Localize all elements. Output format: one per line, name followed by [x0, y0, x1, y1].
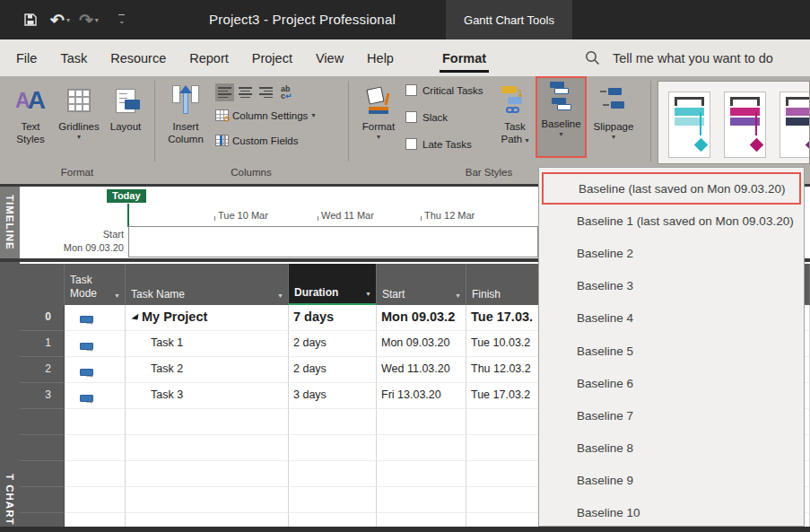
checkbox-icon[interactable]: [405, 138, 417, 150]
tab-resource[interactable]: Resource: [99, 39, 178, 76]
task-mode-header[interactable]: TaskMode ▼: [65, 264, 126, 305]
task-name-cell[interactable]: My Project: [126, 305, 289, 331]
start-header[interactable]: Start ▼: [377, 264, 466, 305]
late-tasks-checkbox[interactable]: Late Tasks: [405, 138, 472, 150]
start-cell[interactable]: Mon 09.03.20: [377, 331, 466, 357]
timeline-band[interactable]: [128, 226, 538, 257]
baseline-menu-item[interactable]: Baseline 1 (last saved on Mon 09.03.20): [539, 205, 804, 237]
task-mode-cell[interactable]: →: [65, 383, 126, 409]
row-number[interactable]: 0: [20, 305, 65, 331]
tell-me-search[interactable]: Tell me what you want to do: [585, 39, 773, 76]
start-cell[interactable]: Fri 13.03.20: [377, 383, 466, 409]
baseline-menu-item[interactable]: Baseline 8: [539, 432, 804, 465]
undo-button[interactable]: ↶: [50, 10, 65, 31]
row-number[interactable]: [20, 409, 65, 435]
save-icon[interactable]: [23, 13, 38, 27]
row-number[interactable]: 1: [20, 331, 65, 357]
custom-fields-button[interactable]: Custom Fields: [215, 135, 299, 146]
align-left-button[interactable]: [215, 83, 234, 101]
start-cell[interactable]: Wed 11.03.20: [377, 357, 466, 383]
duration-cell[interactable]: 2 days: [289, 357, 377, 383]
timeline-pane-tab[interactable]: TIMELINE: [0, 187, 20, 258]
column-settings-button[interactable]: ⚙ Column Settings ▾: [215, 109, 315, 121]
gantt-style-thumbnail[interactable]: [668, 92, 710, 158]
align-right-button[interactable]: [257, 83, 275, 101]
task-mode-cell[interactable]: →: [65, 357, 126, 383]
filter-arrow-icon[interactable]: ▼: [455, 292, 461, 299]
gantt-chart-tools-tab[interactable]: Gantt Chart Tools: [446, 0, 572, 39]
task-name-cell[interactable]: Task 3: [126, 383, 289, 409]
start-cell[interactable]: Mon 09.03.2: [377, 305, 466, 331]
task-name-cell[interactable]: [126, 435, 289, 461]
wrap-text-icon[interactable]: abc↵: [281, 85, 292, 100]
task-path-button[interactable]: ⤵ Task Path ▾: [494, 81, 536, 163]
row-number[interactable]: [20, 435, 65, 461]
checkbox-icon[interactable]: [405, 84, 417, 96]
task-name-cell[interactable]: Task 2: [126, 357, 289, 383]
baseline-menu-item[interactable]: Baseline 3: [539, 270, 804, 302]
align-center-button[interactable]: [236, 83, 255, 101]
duration-cell[interactable]: 7 days: [289, 305, 377, 331]
task-name-header[interactable]: Task Name ▼: [126, 264, 289, 305]
task-mode-cell[interactable]: [65, 409, 126, 435]
row-number[interactable]: [20, 461, 65, 487]
row-number[interactable]: 3: [20, 383, 65, 409]
duration-cell[interactable]: [289, 435, 377, 461]
tab-view[interactable]: View: [304, 39, 355, 76]
task-mode-cell[interactable]: [65, 487, 126, 513]
row-number[interactable]: [20, 487, 65, 513]
redo-dropdown-icon[interactable]: ▾: [95, 16, 99, 24]
task-mode-cell[interactable]: [65, 461, 126, 487]
baseline-menu-item[interactable]: Baseline (last saved on Mon 09.03.20): [542, 172, 801, 205]
tab-file[interactable]: File: [4, 39, 48, 76]
baseline-menu-item[interactable]: Baseline 5: [539, 335, 804, 367]
tab-report[interactable]: Report: [178, 39, 240, 76]
start-cell[interactable]: [377, 487, 466, 513]
gantt-style-thumbnail[interactable]: [780, 92, 810, 158]
tab-help[interactable]: Help: [355, 39, 405, 76]
duration-cell[interactable]: [289, 487, 377, 513]
task-mode-cell[interactable]: →: [65, 305, 126, 331]
task-name-cell[interactable]: [126, 487, 289, 513]
tab-project[interactable]: Project: [240, 39, 304, 76]
baseline-menu-item[interactable]: Baseline 6: [539, 367, 804, 399]
task-mode-cell[interactable]: [65, 435, 126, 461]
duration-header[interactable]: Duration ▼: [289, 264, 377, 305]
duration-cell[interactable]: [289, 409, 377, 435]
filter-arrow-icon[interactable]: ▼: [277, 292, 283, 299]
baseline-menu-item[interactable]: Baseline 2: [539, 237, 804, 269]
baseline-menu-item[interactable]: Baseline 7: [539, 399, 804, 432]
checkbox-icon[interactable]: [405, 111, 417, 123]
baseline-menu-item[interactable]: Baseline 10: [539, 497, 804, 529]
filter-arrow-icon[interactable]: ▼: [365, 291, 371, 297]
row-number[interactable]: 2: [20, 357, 65, 383]
task-name-cell[interactable]: Task 1: [126, 331, 289, 357]
start-cell[interactable]: [377, 461, 466, 487]
tab-task[interactable]: Task: [48, 39, 99, 76]
start-cell[interactable]: [377, 435, 466, 461]
slippage-button[interactable]: Slippage ▾: [588, 81, 639, 163]
filter-arrow-icon[interactable]: ▼: [114, 292, 120, 299]
tab-format[interactable]: Format: [431, 39, 498, 76]
task-name-cell[interactable]: [126, 409, 289, 435]
insert-column-button[interactable]: Insert Column: [161, 81, 210, 163]
format-bar-styles-button[interactable]: Format ▾: [355, 81, 402, 163]
undo-dropdown-icon[interactable]: ▾: [66, 16, 70, 24]
row-number-header[interactable]: [20, 264, 65, 305]
duration-cell[interactable]: 3 days: [289, 383, 377, 409]
task-mode-cell[interactable]: →: [65, 331, 126, 357]
slack-checkbox[interactable]: Slack: [405, 111, 448, 123]
customize-qat-icon[interactable]: ⌄: [118, 14, 126, 25]
layout-button[interactable]: Layout: [104, 81, 147, 163]
critical-tasks-checkbox[interactable]: Critical Tasks: [405, 84, 483, 96]
baseline-button[interactable]: Baseline ▾: [537, 78, 585, 161]
duration-cell[interactable]: 2 days: [289, 331, 377, 357]
gantt-pane-tab[interactable]: T CHART: [0, 262, 20, 532]
duration-cell[interactable]: [289, 461, 377, 487]
start-cell[interactable]: [377, 409, 466, 435]
baseline-menu-item[interactable]: Baseline 4: [539, 302, 804, 335]
baseline-menu-item[interactable]: Baseline 9: [539, 465, 804, 497]
gantt-style-thumbnail[interactable]: [724, 92, 766, 158]
task-name-cell[interactable]: [126, 461, 289, 487]
gridlines-button[interactable]: Gridlines ▾: [54, 81, 104, 163]
